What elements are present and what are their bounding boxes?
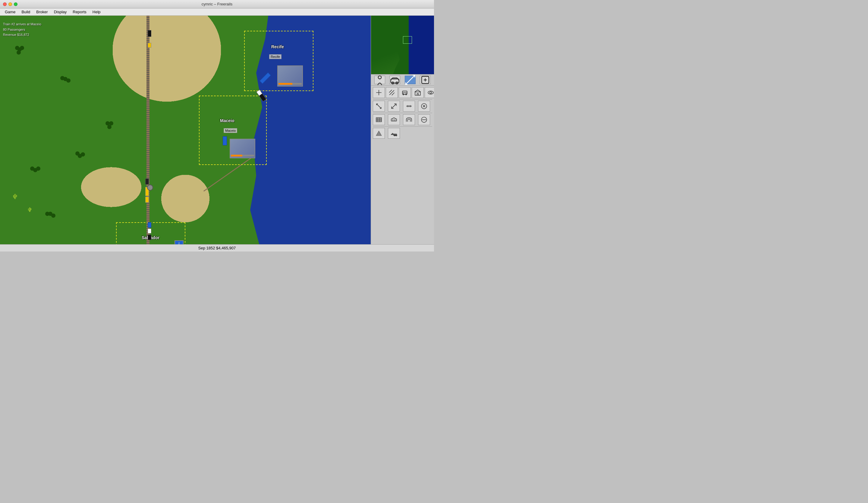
tree-cluster-1 bbox=[15, 46, 19, 50]
tool-bulldoze[interactable] bbox=[388, 128, 400, 139]
tool-view[interactable] bbox=[425, 87, 434, 98]
cactus-2: 🌵 bbox=[27, 207, 32, 212]
tool-no-entry[interactable] bbox=[418, 114, 430, 125]
tool-tab-2[interactable] bbox=[405, 76, 416, 84]
notification-line1: Train #2 arrives at Maceio bbox=[3, 22, 41, 27]
menu-help[interactable]: Help bbox=[90, 9, 103, 15]
close-button[interactable] bbox=[3, 2, 7, 6]
train-top bbox=[148, 30, 151, 37]
train-black bbox=[145, 178, 149, 185]
menu-bar: Game Build Broker Display Reports Help bbox=[0, 9, 434, 16]
tool-row-3 bbox=[371, 114, 434, 126]
mini-map[interactable] bbox=[371, 16, 434, 74]
window-controls bbox=[3, 2, 18, 6]
mini-map-viewport bbox=[403, 36, 412, 44]
menu-reports[interactable]: Reports bbox=[70, 9, 89, 15]
tool-separator-2 bbox=[373, 113, 432, 113]
window-title: cymric – Freerails bbox=[202, 2, 233, 6]
main-layout: Recife Recife Maceio Maceio Salvador bbox=[0, 16, 434, 244]
tool-row-4 bbox=[371, 127, 434, 139]
tool-separator-1 bbox=[373, 99, 432, 100]
notification-line2: 80 Passengers bbox=[3, 27, 41, 33]
tree-cluster-6 bbox=[45, 212, 50, 216]
tool-tab-0[interactable] bbox=[374, 76, 385, 84]
station-popup-maceio[interactable] bbox=[230, 139, 255, 158]
notification-line3: Revenue $16,872 bbox=[3, 32, 41, 38]
tool-train[interactable] bbox=[399, 87, 411, 98]
tree-cluster-4 bbox=[30, 166, 34, 171]
status-bar: Sep 1852 $4,465,907 bbox=[0, 244, 434, 252]
rail-track-vertical bbox=[146, 16, 149, 244]
minimize-button[interactable] bbox=[8, 2, 12, 6]
tool-track-h[interactable] bbox=[403, 101, 415, 112]
tool-bridge-grid[interactable] bbox=[373, 114, 385, 125]
tool-row-2 bbox=[371, 100, 434, 112]
status-text: Sep 1852 $4,465,907 bbox=[198, 246, 236, 250]
svg-point-10 bbox=[430, 92, 432, 94]
ocean bbox=[250, 16, 371, 244]
city-tag-maceio: Maceio bbox=[224, 128, 237, 133]
tool-diagonal-ne[interactable] bbox=[386, 87, 398, 98]
svg-point-16 bbox=[394, 134, 395, 136]
svg-rect-12 bbox=[376, 117, 382, 122]
svg-point-17 bbox=[396, 134, 397, 136]
notification-overlay: Train #2 arrives at Maceio 80 Passengers… bbox=[3, 22, 41, 38]
mini-map-land bbox=[371, 16, 415, 74]
train-yellow-2 bbox=[145, 197, 149, 203]
tree-cluster-2 bbox=[60, 76, 64, 80]
right-panel bbox=[371, 16, 434, 244]
tool-separator-3 bbox=[373, 126, 432, 127]
tool-tab-1[interactable] bbox=[389, 76, 400, 84]
svg-point-0 bbox=[378, 76, 381, 79]
cactus-1: 🌵 bbox=[12, 194, 18, 199]
junction-1 bbox=[147, 185, 153, 191]
tool-tunnel[interactable] bbox=[403, 114, 415, 125]
train-top-yellow bbox=[148, 43, 151, 48]
tool-remove[interactable] bbox=[418, 101, 430, 112]
title-bar: cymric – Freerails bbox=[0, 0, 434, 9]
tool-track-sw[interactable] bbox=[373, 101, 385, 112]
menu-game[interactable]: Game bbox=[2, 9, 18, 15]
tree-cluster-3 bbox=[105, 121, 110, 125]
game-viewport[interactable]: Recife Recife Maceio Maceio Salvador bbox=[0, 16, 371, 244]
menu-build[interactable]: Build bbox=[19, 9, 32, 15]
tool-station[interactable] bbox=[412, 87, 424, 98]
menu-broker[interactable]: Broker bbox=[34, 9, 50, 15]
tool-bridge[interactable] bbox=[388, 114, 400, 125]
mini-map-ocean bbox=[409, 16, 434, 74]
train-salvador-3 bbox=[148, 235, 151, 240]
city-tag-recife: Recife bbox=[269, 54, 281, 59]
tree-cluster-5 bbox=[75, 151, 80, 156]
salvador-marker: ⚓ bbox=[175, 240, 184, 244]
train-salvador bbox=[148, 222, 151, 228]
tool-add-track[interactable] bbox=[373, 87, 385, 98]
tool-terrain[interactable] bbox=[373, 128, 385, 139]
maximize-button[interactable] bbox=[14, 2, 18, 6]
map-canvas[interactable]: Recife Recife Maceio Maceio Salvador bbox=[0, 16, 371, 244]
train-salvador-2 bbox=[148, 228, 151, 233]
tool-tab-3[interactable] bbox=[420, 76, 431, 84]
tool-tabs bbox=[371, 74, 434, 86]
svg-marker-14 bbox=[376, 131, 382, 135]
city-label-recife: Recife bbox=[271, 44, 284, 49]
tool-track-se[interactable] bbox=[388, 101, 400, 112]
station-popup-recife[interactable] bbox=[277, 65, 303, 86]
train-blue bbox=[223, 136, 227, 145]
menu-display[interactable]: Display bbox=[52, 9, 69, 15]
city-label-maceio: Maceio bbox=[220, 118, 234, 123]
tool-row-1 bbox=[371, 86, 434, 99]
